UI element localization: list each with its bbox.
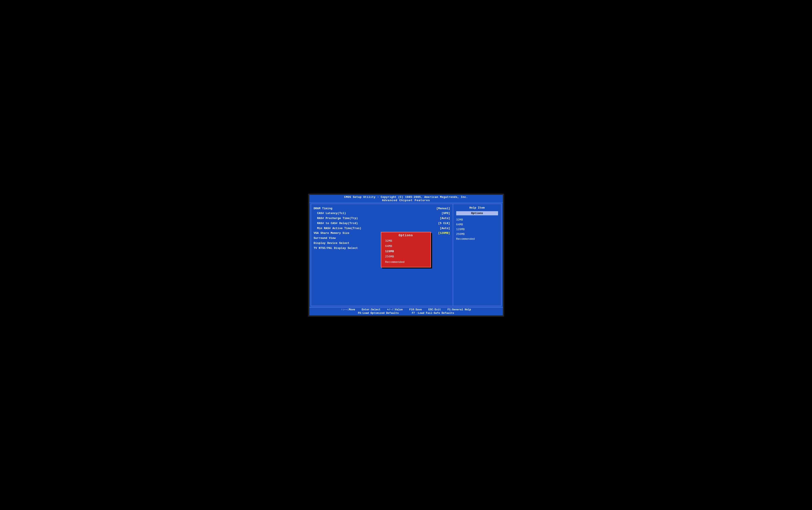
vga-share-memory-value: [128MB] bbox=[438, 231, 450, 236]
tv-ntsc-pal-label: TV NTSC/PAL Display Select bbox=[314, 246, 358, 251]
help-option-64mb: 64MB bbox=[456, 222, 498, 227]
footer-bar: ↑↓←→:Move Enter:Select +/-/:Value F10:Sa… bbox=[309, 307, 503, 315]
menu-row-ras-to-cas[interactable]: RAS# to CAS# Delay(Trcd) [5 CLK] bbox=[314, 221, 450, 226]
ras-to-cas-value: [5 CLK] bbox=[438, 221, 450, 226]
popup-title: Options bbox=[385, 234, 427, 237]
bios-background: CMOS Setup Utility - Copyright (C) 1985-… bbox=[309, 195, 503, 315]
footer-row2: F6:Load Optimized Defaults F7 :Load Fail… bbox=[311, 312, 501, 315]
footer-row1: ↑↓←→:Move Enter:Select +/-/:Value F10:Sa… bbox=[311, 308, 501, 311]
display-device-label: Display Device Select bbox=[314, 241, 350, 246]
page-title: Advanced Chipset Features bbox=[311, 199, 501, 202]
help-option-32mb: 32MB bbox=[456, 218, 498, 222]
popup-item-256mb[interactable]: 256MB bbox=[385, 254, 427, 259]
footer-f1-help: F1:General Help bbox=[448, 308, 471, 311]
surround-view-label: Surround View bbox=[314, 236, 336, 241]
min-ras-active-label: Min RAS# Active Time(Tras) bbox=[314, 226, 361, 231]
ras-precharge-value: [Auto] bbox=[440, 216, 450, 221]
min-ras-active-value: [Auto] bbox=[440, 226, 450, 231]
bios-screen: CMOS Setup Utility - Copyright (C) 1985-… bbox=[308, 194, 504, 317]
vga-share-memory-label: VGA Share Memory Size bbox=[314, 231, 350, 236]
menu-row-min-ras-active[interactable]: Min RAS# Active Time(Tras) [Auto] bbox=[314, 226, 450, 231]
popup-item-64mb[interactable]: 64MB bbox=[385, 244, 427, 249]
menu-row-ras-precharge[interactable]: RAS# Precharge Time(Trp) [Auto] bbox=[314, 216, 450, 221]
footer-move: ↑↓←→:Move bbox=[341, 308, 355, 311]
cas-latency-label: CAS# Latency(Tcl) bbox=[314, 211, 346, 216]
footer-enter-select: Enter:Select bbox=[362, 308, 381, 311]
right-panel: Help Item Options 32MB 64MB 128MB 256MB … bbox=[453, 204, 501, 306]
popup-item-32mb[interactable]: 32MB bbox=[385, 238, 427, 244]
popup-item-recommended[interactable]: Recommended bbox=[385, 260, 427, 265]
footer-value: +/-/:Value bbox=[387, 308, 402, 311]
menu-row-dram-timing[interactable]: DRAM Timing [Manual] bbox=[314, 206, 450, 211]
help-option-128mb: 128MB bbox=[456, 227, 498, 232]
popup-item-128mb[interactable]: 128MB bbox=[385, 249, 427, 254]
ras-precharge-label: RAS# Precharge Time(Trp) bbox=[314, 216, 358, 221]
footer-f10-save: F10:Save bbox=[410, 308, 422, 311]
dram-timing-value: [Manual] bbox=[437, 206, 450, 211]
menu-row-cas-latency[interactable]: CAS# Latency(Tcl) [SPD] bbox=[314, 211, 450, 216]
help-options-label: Options bbox=[456, 211, 498, 215]
footer-f7: F7 :Load Fail-Safe Defaults bbox=[412, 312, 454, 315]
title-bar: CMOS Setup Utility - Copyright (C) 1985-… bbox=[309, 195, 503, 203]
bios-title: CMOS Setup Utility - Copyright (C) 1985-… bbox=[311, 196, 501, 199]
footer-esc-exit: ESC:Exit bbox=[428, 308, 441, 311]
help-option-recommended: Recommended bbox=[456, 237, 498, 242]
help-title: Help Item bbox=[456, 206, 498, 209]
help-option-256mb: 256MB bbox=[456, 232, 498, 237]
footer-f6: F6:Load Optimized Defaults bbox=[358, 312, 399, 315]
left-panel: DRAM Timing [Manual] CAS# Latency(Tcl) [… bbox=[311, 204, 453, 306]
ras-to-cas-label: RAS# to CAS# Delay(Trcd) bbox=[314, 221, 358, 226]
main-area: DRAM Timing [Manual] CAS# Latency(Tcl) [… bbox=[311, 204, 502, 306]
options-dropdown[interactable]: Options 32MB 64MB 128MB 256MB Recommende… bbox=[381, 232, 431, 267]
dram-timing-label: DRAM Timing bbox=[314, 206, 332, 211]
cas-latency-value: [SPD] bbox=[442, 211, 450, 216]
